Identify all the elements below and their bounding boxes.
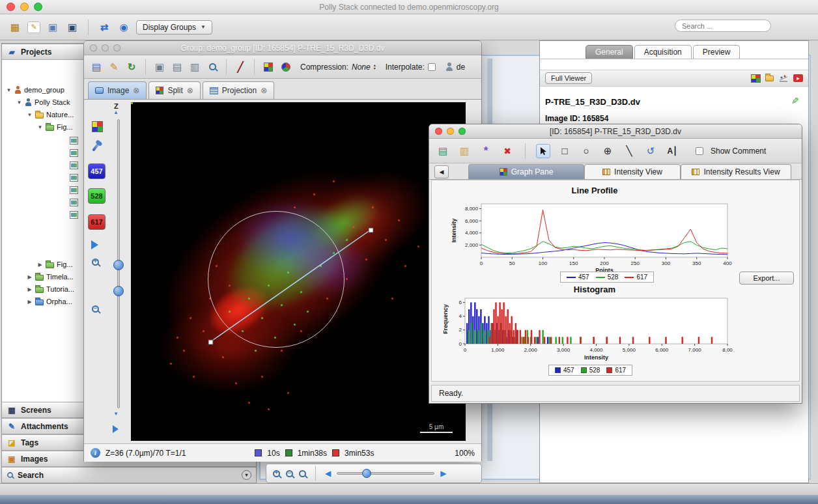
server-icon[interactable]: ◉	[117, 21, 131, 34]
color-picker-icon[interactable]	[92, 121, 103, 132]
expander-icon[interactable]: ▶	[37, 262, 43, 268]
zoom-window-button[interactable]	[34, 3, 42, 11]
plot-icon[interactable]	[778, 74, 789, 83]
refresh-icon[interactable]: ↻	[124, 61, 139, 74]
rectangle-tool-icon[interactable]: □	[557, 144, 572, 158]
expander-icon[interactable]: ▶	[27, 274, 33, 280]
zoom-fit-icon[interactable]	[299, 470, 306, 477]
info-icon[interactable]: i	[91, 448, 100, 458]
expander-icon[interactable]: ▼	[37, 124, 43, 130]
expander-icon[interactable]: ▶	[27, 299, 33, 305]
roi-line-overlay[interactable]	[131, 102, 466, 441]
annotate-icon[interactable]: ✎	[27, 21, 40, 33]
polyline-tool-icon[interactable]: ↺	[643, 144, 658, 158]
pointer-tool-icon[interactable]	[536, 144, 550, 158]
zoom-out-icon[interactable]: −	[286, 470, 293, 477]
edit-name-pencil-icon[interactable]: ✎	[791, 96, 799, 106]
image-canvas[interactable]: 5 µm	[131, 102, 466, 441]
tree-item-polly-stack[interactable]: ▼ Polly Stack	[16, 96, 70, 108]
edit-icon[interactable]: ✎	[107, 61, 121, 74]
channel-457-button[interactable]: 457	[88, 163, 106, 179]
tree-image-item[interactable]	[70, 172, 78, 184]
tree-image-item[interactable]	[70, 197, 78, 208]
collapse-tabs-icon[interactable]: ◀	[434, 165, 449, 178]
channel-528-button[interactable]: 528	[88, 188, 106, 204]
text-tool-icon[interactable]: A⎮	[665, 144, 679, 158]
close-tab-icon[interactable]: ⊗	[261, 86, 267, 95]
paste-icon[interactable]: ▤	[170, 61, 184, 74]
tree-image-item[interactable]	[70, 147, 78, 159]
expander-icon[interactable]: ▼	[6, 87, 12, 93]
minimize-window-button[interactable]	[102, 44, 109, 51]
tree-image-item[interactable]	[70, 209, 78, 221]
play-z-icon[interactable]	[113, 425, 119, 433]
step-right-icon[interactable]: ▶	[440, 469, 446, 478]
compression-value[interactable]: None	[352, 63, 371, 72]
tree-item-timelapse[interactable]: ▶ Timela...	[27, 271, 74, 283]
zoom-icon[interactable]	[205, 61, 219, 74]
load-roi-icon[interactable]: ▥	[457, 144, 472, 158]
close-window-button[interactable]	[90, 44, 97, 51]
delete-roi-icon[interactable]: ✖	[500, 144, 515, 158]
user-switch-icon[interactable]: ⇄	[97, 21, 111, 34]
search-panel-header[interactable]: Search ▾	[2, 467, 256, 483]
tab-preview[interactable]: Preview	[693, 45, 740, 59]
viewer-icon[interactable]: ▣	[65, 21, 79, 34]
pin-tool-icon[interactable]	[92, 143, 100, 151]
window-grid-icon[interactable]: ▦	[8, 21, 22, 34]
datasets-icon[interactable]	[765, 76, 774, 81]
expander-icon[interactable]: ▼	[16, 100, 22, 105]
measurement-titlebar[interactable]: [ID: 165854] P-TRE_15_R3D_D3D.dv	[429, 124, 802, 139]
export-image-icon[interactable]: ▥	[188, 61, 202, 74]
zoom-in-icon[interactable]: +	[92, 259, 99, 266]
timeline-slider-knob[interactable]	[362, 469, 371, 478]
save-results-icon[interactable]: ▤	[436, 144, 450, 158]
tab-intensity-view[interactable]: Intensity View	[584, 164, 681, 179]
search-input[interactable]	[675, 20, 771, 32]
close-window-button[interactable]	[435, 128, 442, 135]
tab-general[interactable]: General	[585, 45, 633, 59]
minimize-window-button[interactable]	[447, 128, 454, 135]
save-icon[interactable]: ▤	[89, 61, 104, 74]
tab-image[interactable]: Image ⊗	[88, 81, 147, 99]
tab-split[interactable]: Split ⊗	[148, 81, 200, 99]
tree-item-fig2-dataset[interactable]: ▶ Fig...	[37, 259, 72, 270]
full-viewer-button[interactable]: Full Viewer	[545, 72, 592, 84]
tree-item-demo-group[interactable]: ▼ demo_group	[6, 84, 64, 96]
copy-icon[interactable]: ▣	[152, 61, 167, 74]
color-mode-icon[interactable]	[279, 61, 293, 74]
tab-acquisition[interactable]: Acquisition	[634, 45, 692, 59]
export-button[interactable]: Export...	[739, 272, 794, 285]
rgb-view-icon[interactable]	[751, 74, 761, 83]
z-down-arrow-icon[interactable]: ▼	[113, 411, 119, 417]
tab-projection[interactable]: Projection ⊗	[203, 81, 274, 99]
minimize-window-button[interactable]	[20, 3, 29, 11]
tree-item-orphaned[interactable]: ▶ Orpha...	[27, 296, 72, 307]
viewer-titlebar[interactable]: Group: demo_group [ID: 165854] P-TRE_15_…	[84, 41, 481, 55]
tree-item-tutorial[interactable]: ▶ Tutoria...	[27, 283, 74, 295]
measure-tool-icon[interactable]: ╱	[233, 61, 247, 74]
tree-image-item[interactable]	[70, 184, 78, 196]
compression-stepper[interactable]: ▴▾	[374, 64, 376, 70]
z-slider-lower-knob[interactable]	[113, 286, 124, 296]
tab-graph-pane[interactable]: Graph Pane	[468, 164, 584, 179]
tree-item-nature[interactable]: ▼ Nature...	[27, 109, 74, 120]
expander-icon[interactable]: ▼	[27, 112, 33, 118]
tree-image-item[interactable]	[70, 135, 78, 147]
split-view-icon[interactable]	[261, 61, 275, 74]
close-tab-icon[interactable]: ⊗	[133, 86, 139, 95]
interpolate-checkbox[interactable]	[428, 63, 436, 71]
app-titlebar[interactable]: Polly Stack connected to demo.openmicros…	[0, 0, 818, 14]
play-channels-icon[interactable]	[91, 240, 98, 249]
expander-icon[interactable]: ▶	[27, 287, 33, 292]
zoom-window-button[interactable]	[113, 44, 120, 51]
show-comment-checkbox[interactable]	[696, 147, 703, 155]
close-tab-icon[interactable]: ⊗	[187, 86, 193, 95]
tree-item-fig-dataset[interactable]: ▼ Fig...	[37, 121, 72, 133]
collapse-chevron-icon[interactable]: ▾	[242, 470, 251, 480]
tree-image-item[interactable]	[70, 160, 78, 171]
channel-617-button[interactable]: 617	[88, 214, 106, 230]
ellipse-tool-icon[interactable]: ○	[579, 144, 593, 158]
line-tool-icon[interactable]: ╲	[622, 144, 636, 158]
z-up-arrow-icon[interactable]: ▲	[113, 109, 119, 115]
